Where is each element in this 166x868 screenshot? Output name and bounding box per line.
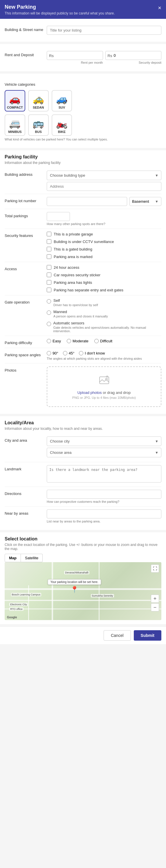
city-area-label: City and area (5, 436, 47, 442)
security-private-garage-checkbox[interactable] (47, 232, 51, 236)
security-private-garage[interactable]: This is a private garage (47, 232, 161, 236)
parking-angles-content: 90° 45° I don't know The angles at which… (47, 351, 161, 360)
security-cctv-checkbox[interactable] (47, 239, 51, 244)
upload-box[interactable]: Upload photos or drag and drop PNG or JP… (47, 366, 161, 407)
building-name-label: Building & Street name (5, 26, 47, 32)
access-separate-gates[interactable]: Parking has separate entry and exit gate… (47, 288, 161, 292)
angle-90[interactable]: 90° (47, 351, 58, 355)
map-container[interactable]: Devarachikkanahalli Bosch Learning Campu… (5, 562, 161, 620)
submit-button[interactable]: Submit (134, 630, 161, 641)
parking-facility-heading: Parking facility (5, 154, 161, 160)
access-24h-checkbox[interactable] (47, 265, 51, 270)
map-road-v1 (52, 562, 53, 620)
nearby-field: List near by areas to the parking area. (47, 509, 161, 523)
difficulty-easy-radio[interactable] (47, 339, 51, 343)
nearby-hint: List near by areas to the parking area. (47, 520, 161, 523)
building-name-field (47, 26, 161, 35)
access-lights[interactable]: Parking area has lights (47, 280, 161, 285)
city-select-wrapper: Choose city Bangalore Mumbai Delhi ▼ (47, 436, 161, 446)
nearby-input[interactable] (47, 509, 161, 519)
photos-row: Photos Upload photos or drag and drop PN… (5, 364, 161, 410)
rent-field-wrapper: Rs Rent per month (47, 51, 103, 64)
security-marked[interactable]: Parking area is marked (47, 254, 161, 259)
security-cctv[interactable]: Building is under CCTV surveillance (47, 239, 161, 244)
vehicle-minibus[interactable]: 🚐 MINIBUS (5, 115, 25, 136)
angles-row: 90° 45° I don't know (47, 351, 161, 355)
minibus-icon: 🚐 (7, 118, 23, 129)
footer-buttons: Cancel Submit (0, 626, 166, 644)
bus-label: BUS (30, 130, 47, 133)
landmark-textarea[interactable] (47, 465, 161, 483)
suv-icon: 🚙 (54, 94, 70, 104)
building-name-input[interactable] (47, 26, 161, 35)
access-separate-gates-checkbox[interactable] (47, 288, 51, 292)
rent-deposit-label: Rent and Deposit (5, 51, 47, 57)
map-expand-button[interactable]: ⛶ (151, 564, 159, 572)
city-select[interactable]: Choose city Bangalore Mumbai Delhi (47, 436, 161, 446)
floor-select[interactable]: Basement Ground 1st 2nd 3rd (130, 197, 161, 206)
access-label: Access (5, 265, 47, 271)
vehicle-suv[interactable]: 🚙 SUV (52, 90, 72, 112)
security-gated-checkbox[interactable] (47, 247, 51, 251)
gate-operation-label: Gate operation (5, 298, 47, 304)
landmark-row: Landmark (5, 462, 161, 487)
photos-label: Photos (5, 366, 47, 372)
vehicle-bus[interactable]: 🚌 BUS (28, 115, 49, 136)
access-lights-checkbox[interactable] (47, 280, 51, 285)
access-sticker-checkbox[interactable] (47, 273, 51, 277)
angle-45[interactable]: 45° (63, 351, 75, 355)
access-row: Access 24 hour access Car requires secur… (5, 262, 161, 296)
building-address-fields: Choose building type Apartment Commercia… (47, 170, 161, 191)
angle-90-radio[interactable] (47, 351, 51, 355)
directions-field: How can prospective customers reach the … (47, 490, 161, 503)
map-placeholder: Devarachikkanahalli Bosch Learning Campu… (5, 562, 161, 620)
bus-icon: 🚌 (30, 118, 47, 129)
parking-lot-row: Parking lot number Basement Ground 1st 2… (5, 194, 161, 209)
vehicle-categories-row: Vehicle categories 🚗 COMPACT 🚕 SEDAN 🚙 S… (5, 78, 161, 144)
map-road-v2 (99, 562, 100, 620)
difficulty-easy[interactable]: Easy (47, 339, 61, 343)
access-sticker[interactable]: Car requires security sticker (47, 273, 161, 277)
deposit-field-wrapper: Rs Security deposit (105, 51, 162, 64)
map-tab[interactable]: Map (5, 554, 21, 562)
difficulty-difficult-radio[interactable] (94, 339, 99, 343)
security-marked-checkbox[interactable] (47, 254, 51, 259)
difficulty-difficult[interactable]: Difficult (94, 339, 112, 343)
angle-45-radio[interactable] (63, 351, 67, 355)
page-title: New Parking (5, 4, 115, 10)
vehicle-bike[interactable]: 🏍️ BIKE (52, 115, 72, 136)
map-road-v3 (28, 585, 29, 620)
access-24h[interactable]: 24 hour access (47, 265, 161, 270)
deposit-input[interactable] (105, 51, 162, 60)
building-address-input[interactable] (47, 182, 161, 191)
map-pin-group: Your parking location will be set here. … (71, 587, 78, 593)
difficulty-moderate-radio[interactable] (67, 339, 71, 343)
map-zoom-in-button[interactable]: + (151, 595, 159, 603)
close-icon[interactable]: × (158, 5, 161, 11)
security-gated[interactable]: This is a gated building (47, 247, 161, 251)
map-zoom-out-button[interactable]: − (151, 603, 159, 611)
map-label-bosch: Bosch Learning Campus (11, 593, 42, 596)
vehicle-compact[interactable]: 🚗 COMPACT (5, 90, 25, 112)
total-parkings-label: Total parkings (5, 212, 47, 218)
difficulty-moderate[interactable]: Moderate (67, 339, 88, 343)
rent-input[interactable] (47, 51, 103, 60)
cancel-button[interactable]: Cancel (104, 630, 131, 641)
gate-manned-radio[interactable] (47, 310, 51, 315)
building-type-select[interactable]: Choose building type Apartment Commercia… (47, 170, 161, 180)
vehicle-categories-section: Vehicle categories 🚗 COMPACT 🚕 SEDAN 🚙 S… (0, 73, 166, 148)
directions-input[interactable] (47, 490, 161, 499)
area-select[interactable]: Choose area Koramangala Indiranagar Whit… (47, 448, 161, 457)
satellite-tab[interactable]: Satellite (21, 554, 43, 562)
total-parkings-input[interactable] (47, 212, 70, 221)
security-deposit-label: Security deposit (105, 61, 162, 64)
lot-number-input[interactable] (47, 197, 127, 206)
upload-photos-link[interactable]: Upload photos (78, 391, 102, 395)
vehicle-sedan[interactable]: 🚕 SEDAN (28, 90, 49, 112)
angle-unknown-radio[interactable] (79, 351, 83, 355)
building-address-row: Building address Choose building type Ap… (5, 168, 161, 194)
gate-operation-radios: Self Driver has to open/close by self Ma… (47, 298, 161, 333)
angle-unknown[interactable]: I don't know (79, 351, 105, 355)
gate-self-radio[interactable] (47, 299, 51, 304)
gate-auto-radio[interactable] (47, 322, 51, 326)
